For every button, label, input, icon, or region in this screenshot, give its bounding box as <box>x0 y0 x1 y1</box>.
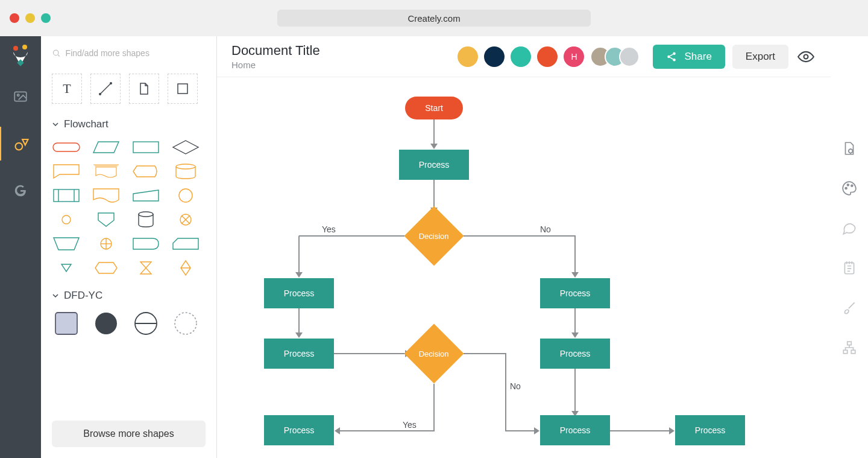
data-shape[interactable] <box>92 139 121 156</box>
edge <box>433 384 435 431</box>
canvas[interactable]: Start Process Decision Yes No <box>217 77 831 458</box>
avatar[interactable] <box>458 46 478 67</box>
process-node[interactable]: Process <box>540 278 610 308</box>
shapes-tab[interactable] <box>0 127 40 161</box>
delay-shape[interactable] <box>131 235 160 252</box>
search-input[interactable] <box>66 48 206 58</box>
preview-button[interactable] <box>796 46 816 67</box>
node-label: Decision <box>419 349 449 358</box>
onpage-connector-shape[interactable] <box>52 211 81 228</box>
brush-icon <box>841 300 857 316</box>
dfd-interface-shape[interactable] <box>171 310 200 337</box>
preparation-shape[interactable] <box>92 259 121 276</box>
document-shape[interactable] <box>92 187 121 204</box>
start-node[interactable]: Start <box>405 97 463 119</box>
svg-rect-42 <box>851 350 855 353</box>
svg-point-36 <box>845 188 847 189</box>
offpage-connector-shape[interactable] <box>92 211 121 228</box>
palette-button[interactable] <box>840 179 859 198</box>
google-tab[interactable] <box>0 174 41 208</box>
doc-settings-button[interactable] <box>840 139 859 158</box>
comment-shape[interactable] <box>52 163 81 180</box>
decision-node[interactable]: Decision <box>404 324 464 384</box>
avatar[interactable] <box>511 46 531 67</box>
minimize-window-button[interactable] <box>25 13 35 23</box>
connector-shape[interactable] <box>171 187 200 204</box>
page-tool[interactable] <box>129 74 159 104</box>
node-label: Process <box>695 425 726 435</box>
process-node[interactable]: Process <box>399 150 469 180</box>
collate-shape[interactable] <box>131 259 160 276</box>
dfd-process-shape[interactable] <box>92 310 121 337</box>
node-label: Decision <box>419 231 449 240</box>
export-label: Export <box>746 51 775 63</box>
manualop-shape[interactable] <box>52 235 81 252</box>
process-node[interactable]: Process <box>675 415 745 445</box>
arrowhead-icon <box>295 272 303 278</box>
process-shape[interactable] <box>131 139 160 156</box>
card-shape[interactable] <box>171 235 200 252</box>
document-title[interactable]: Document Title <box>231 43 450 59</box>
cylinder-shape[interactable] <box>131 211 160 228</box>
display-shape[interactable] <box>131 163 160 180</box>
svg-rect-11 <box>53 143 80 151</box>
rectangle-tool[interactable] <box>168 74 198 104</box>
export-button[interactable]: Export <box>732 45 788 69</box>
multidoc-shape[interactable] <box>92 163 121 180</box>
node-label: Process <box>560 349 591 358</box>
summing-junction-shape[interactable] <box>171 211 200 228</box>
flowchart-group-header[interactable]: Flowchart <box>52 118 206 130</box>
browse-shapes-button[interactable]: Browse more shapes <box>52 421 206 447</box>
url-text: Creately.com <box>407 13 460 24</box>
svg-point-33 <box>673 59 676 62</box>
brush-button[interactable] <box>840 298 859 317</box>
app-logo[interactable] <box>10 45 31 66</box>
dfdyc-group-header[interactable]: DFD-YC <box>52 290 206 302</box>
process-node[interactable]: Process <box>540 415 610 445</box>
node-label: Process <box>284 349 315 358</box>
tree-icon <box>841 340 857 355</box>
avatar-overflow-group[interactable] <box>590 46 640 67</box>
arrowhead-icon <box>571 332 579 338</box>
text-tool[interactable]: T <box>52 74 82 104</box>
edge <box>610 430 670 431</box>
share-button[interactable]: Share <box>653 45 725 69</box>
breadcrumb[interactable]: Home <box>231 60 450 70</box>
svg-point-30 <box>175 313 197 334</box>
avatar[interactable] <box>537 46 558 67</box>
hierarchy-button[interactable] <box>840 338 859 357</box>
process-node[interactable]: Process <box>264 339 334 369</box>
merge-shape[interactable] <box>52 259 81 276</box>
close-window-button[interactable] <box>10 13 19 23</box>
images-tab[interactable] <box>0 80 41 113</box>
manualinput-shape[interactable] <box>131 187 160 204</box>
sort-shape[interactable] <box>171 259 200 276</box>
title-block: Document Title Home <box>231 43 450 70</box>
line-tool[interactable] <box>90 74 121 104</box>
avatar-initial[interactable]: H <box>564 46 584 67</box>
subprocess-shape[interactable] <box>52 187 81 204</box>
terminator-shape[interactable] <box>52 139 81 156</box>
flowchart-shapes <box>52 139 206 276</box>
dfd-entity-shape[interactable] <box>52 310 81 337</box>
dfd-datastore-shape[interactable] <box>131 310 160 337</box>
or-shape[interactable] <box>92 235 121 252</box>
app: T Flowchart <box>0 36 868 458</box>
database-shape[interactable] <box>171 163 200 180</box>
comments-button[interactable] <box>840 218 859 238</box>
decision-node[interactable]: Decision <box>404 206 464 266</box>
url-bar[interactable]: Creately.com <box>277 10 591 27</box>
decision-shape[interactable] <box>171 139 200 156</box>
avatar[interactable] <box>484 46 505 67</box>
svg-rect-10 <box>178 84 187 94</box>
process-node[interactable]: Process <box>264 415 334 445</box>
notes-button[interactable] <box>840 258 859 278</box>
share-label: Share <box>684 51 711 63</box>
left-rail <box>0 36 41 458</box>
process-node[interactable]: Process <box>540 339 610 369</box>
process-node[interactable]: Process <box>264 278 334 308</box>
maximize-window-button[interactable] <box>41 13 51 23</box>
header: Document Title Home H Share Ex <box>217 36 831 77</box>
svg-rect-26 <box>55 313 77 334</box>
svg-rect-12 <box>133 142 159 153</box>
